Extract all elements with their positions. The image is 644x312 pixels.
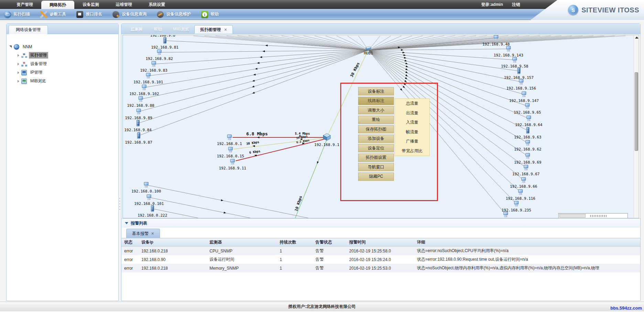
alarm-tab-basic[interactable]: 基本报警 ✕ [126,229,160,238]
topology-node[interactable]: 192.168.9.66 [510,177,537,189]
column-header[interactable]: 持续次数 [277,238,313,247]
scroll-up-icon[interactable] [635,37,638,39]
panel-splitter-handle[interactable] [119,198,120,212]
column-header[interactable]: 监测器 [207,238,277,247]
topology-node[interactable]: 192.168.9.65 [514,103,541,115]
table-row[interactable]: error192.168.0.90设备运行时间1告警2016-02-19 15:… [121,255,640,264]
toolbar-button[interactable]: 接口排名 [76,11,102,18]
menu-item[interactable]: 系统设置 [140,0,173,9]
toolbar-button[interactable]: 帮助 [201,11,219,18]
topology-node[interactable]: 192.168.9.1 [314,134,340,147]
table-row[interactable]: error192.168.0.218CPU_SNMP1告警2016-02-19 … [121,247,640,256]
gear-icon[interactable] [113,27,116,30]
site-link[interactable]: bbs.594zz.com [610,305,642,311]
caret-collapsed-icon[interactable] [18,80,19,83]
caret-collapsed-icon[interactable] [18,54,19,57]
topology-node[interactable]: 192.168.9.143 [494,46,523,58]
topology-node[interactable]: 192.168.9.88 [127,96,154,108]
menu-item[interactable]: 资产管理 [8,0,41,9]
topology-node[interactable]: 192.168.9.156 [506,79,536,91]
horizontal-scroll-thumb[interactable] [559,214,586,218]
tree-item[interactable]: IP管理 [7,68,118,77]
column-header[interactable]: 告警状态 [313,238,346,247]
column-header[interactable]: 报警时间 [346,238,414,247]
context-menu-item[interactable]: 添加设备 [358,135,394,143]
horizontal-scrollbar[interactable] [558,213,628,218]
topology-node[interactable]: 192.168.9.83 [140,61,167,73]
toolbar-button[interactable]: 诊断工具 [40,11,66,18]
context-menu-item[interactable]: 保存拓扑图 [358,125,394,133]
topology-node[interactable]: 192.168.0.1 [217,135,242,146]
topology-canvas[interactable]: 6.8 Mbps5.4 Mbps31 Kbps6.2 Kbps30 Kbps6 … [122,35,639,218]
topology-node[interactable]: 192.168.9.82 [146,50,173,61]
context-menu-item[interactable]: 设备定位 [358,144,394,152]
topology-node[interactable] [504,212,508,217]
tree-root-nnm[interactable]: NNM [7,42,118,51]
logout-link[interactable]: 注销 [512,2,520,8]
main-tab[interactable]: 帮助 [148,25,168,34]
menu-item[interactable]: 运维管理 [107,0,140,9]
tab-close-icon[interactable]: ✕ [151,231,154,236]
vertical-scrollbar[interactable] [634,35,639,218]
toolbar-button[interactable]: 设备信息查询 [112,11,147,18]
context-menu-item[interactable]: 拓扑图设置 [358,154,394,162]
tree-items: 拓扑管理 设备管理 IP管理 [7,51,118,85]
context-menu-item[interactable]: 导航窗口 [358,163,394,171]
context-menu-item[interactable]: 调整大小 [358,106,394,114]
main-tab[interactable]: MIB浏览 [168,25,194,34]
topology-node[interactable]: 192.168.9.67 [512,165,539,176]
caret-collapsed-icon[interactable] [18,71,19,74]
main-tab[interactable]: 拓扑图管理 ✕ [194,25,233,34]
topology-node[interactable]: 192.168.9.64 [515,116,543,127]
topology-node[interactable]: 192.168.9.62 [514,140,541,152]
column-header[interactable]: 设备ip [139,238,207,247]
context-menu-item[interactable]: 隐藏PC [358,173,394,181]
column-header[interactable]: 状态 [121,238,139,247]
alarm-list-header[interactable]: 报警列表 [121,219,640,228]
topology-node[interactable]: 192.168.9.58 [501,57,528,69]
context-submenu-item[interactable]: 广播量 [395,137,429,146]
device-tree: NNM 拓扑管理 设备管理 [7,34,118,85]
menu-item[interactable]: 网络拓扑 [41,1,74,9]
main-tab[interactable]: 监测树 [125,25,148,34]
topology-node[interactable]: 192.168.9.89 [125,109,152,120]
topology-node[interactable]: HUB1 [364,46,373,56]
collapse-triangle-icon[interactable] [125,222,128,224]
topology-node[interactable]: 192.168.0.100 [131,182,161,194]
topology-node[interactable]: 192.168.9.81 [151,38,178,50]
sidebar-tab[interactable]: 网络设备管理 [9,25,48,34]
topology-node[interactable]: 192.168.9.102 [129,85,159,96]
context-submenu-item[interactable]: 总流量 [395,99,429,108]
tree-item[interactable]: 拓扑管理 [7,51,118,60]
caret-expanded-icon[interactable] [9,45,12,48]
topology-node[interactable]: 192.168.0.15 [217,147,244,158]
context-menu-item[interactable]: 线路标注 [358,97,394,105]
topology-node[interactable]: 192.168.9.11 [219,159,246,170]
vertical-scroll-thumb[interactable] [635,72,638,151]
topology-node[interactable]: 192.168.0.222 [138,206,167,218]
context-submenu-item[interactable]: 帧流量 [395,127,429,137]
toolbar-button[interactable]: 设备信息维护 [157,11,191,18]
gear-icon[interactable] [635,27,637,29]
context-submenu-item[interactable]: 出流量 [395,108,429,118]
topology-node[interactable]: 192.168.9.69 [514,153,541,165]
context-menu-item[interactable]: 设备标注 [358,87,394,95]
column-header[interactable]: 详细 [414,238,640,247]
context-submenu-item[interactable]: 入流量 [395,118,429,127]
tree-item[interactable]: MIB浏览 [7,77,118,85]
topology-node[interactable]: 192.168.9.116 [506,189,535,201]
topology-node[interactable]: 192.168.9.87 [125,133,152,145]
topology-node[interactable]: 192.168.9.235 [502,201,531,212]
toolbar-button[interactable]: 拓扑扫描 [4,11,30,18]
topology-node[interactable]: 192.168.9.147 [509,92,539,103]
topology-node[interactable]: 192.168.0.101 [134,195,164,206]
menu-item[interactable]: 设备监测 [74,0,107,9]
table-row[interactable]: error192.168.0.218Memory_SNMP1告警2016-02-… [121,264,640,272]
topology-node[interactable]: 192.168.9.63 [514,127,541,139]
tab-close-icon[interactable]: ✕ [224,28,227,32]
tree-item[interactable]: 设备管理 [7,60,118,68]
context-submenu-item[interactable]: 带宽占用比 [395,146,429,156]
topology-node[interactable]: 192.168.9.84 [124,120,152,132]
context-menu-item[interactable]: 重绘 [358,116,394,124]
caret-collapsed-icon[interactable] [18,63,19,65]
